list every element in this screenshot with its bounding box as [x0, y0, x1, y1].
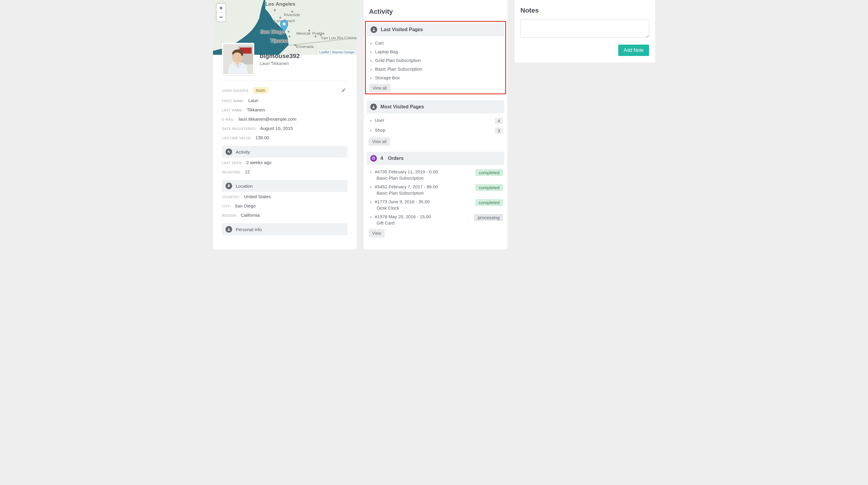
- section-location-title: Location: [236, 183, 253, 189]
- section-personal-info-title: Personal info: [236, 227, 262, 232]
- visit-count: 4: [495, 118, 503, 124]
- last-visited-icon: [371, 26, 377, 33]
- order-row[interactable]: #1773 June 9, 2016 - 35.00 Desk Clock co…: [369, 197, 504, 212]
- order-line: #1978 May 25, 2016 - 15.00: [375, 214, 471, 219]
- order-sub: Basic Plan Subscription: [375, 191, 472, 196]
- value-last-seen: 2 weeks ago: [246, 160, 271, 165]
- view-all-last-visited-button[interactable]: View all: [369, 84, 390, 92]
- activity-card: Activity Last Visited Pages Cart Laptop …: [364, 0, 507, 249]
- value-sessions: 12: [245, 169, 250, 174]
- user-avatar: [222, 43, 254, 75]
- svg-point-7: [373, 28, 374, 30]
- order-row[interactable]: #4735 February 11, 2019 - 0.00 Basic Pla…: [369, 167, 504, 182]
- order-status-badge: processing: [474, 214, 503, 221]
- label-user-groups: USER GROUPS:: [222, 89, 249, 92]
- value-date-registered: August 10, 2015: [260, 126, 293, 131]
- label-region: REGION:: [222, 214, 237, 217]
- value-region: California: [241, 212, 259, 218]
- svg-point-1: [283, 23, 286, 25]
- order-row[interactable]: #1978 May 25, 2016 - 15.00 Gift Card pro…: [369, 212, 504, 227]
- panel-last-visited: Last Visited Pages Cart Laptop Bag Gold …: [365, 21, 506, 94]
- value-country: United States: [244, 194, 271, 199]
- list-item[interactable]: Laptop Bag: [369, 47, 504, 56]
- profile-fullname: Lauri Tikkanen: [259, 61, 300, 66]
- notes-card: Notes Add Note: [515, 0, 655, 63]
- map-pin-icon: [280, 20, 288, 32]
- section-location: Location: [222, 180, 347, 192]
- view-orders-button[interactable]: View: [369, 229, 385, 237]
- location-icon: [225, 182, 232, 189]
- label-last-seen: LAST SEEN:: [222, 161, 243, 165]
- panel-most-visited: Most Visited Pages User 4 Shop 3 View al…: [367, 100, 504, 146]
- label-last-name: LAST NAME:: [222, 108, 243, 112]
- most-visited-icon: [370, 104, 377, 110]
- profile-username: bigmouse392: [259, 52, 300, 60]
- panel-orders: 4 Orders #4735 February 11, 2019 - 0.00 …: [367, 152, 504, 237]
- user-group-tag: team: [253, 87, 268, 94]
- svg-point-8: [373, 106, 374, 107]
- label-first-name: FIRST NAME:: [222, 99, 245, 103]
- add-note-button[interactable]: Add Note: [618, 45, 649, 56]
- map-city-riverside: Riverside: [284, 12, 300, 17]
- order-sub: Basic Plan Subscription: [375, 175, 472, 180]
- label-email: E-MAIL:: [222, 118, 235, 121]
- map-city-san-luis: San Luis Río Colorado: [321, 36, 356, 40]
- order-line: #1773 June 9, 2016 - 35.00: [375, 199, 472, 204]
- personal-info-icon: [225, 226, 232, 233]
- order-line: #4735 February 11, 2019 - 0.00: [375, 169, 472, 174]
- activity-icon: [225, 148, 232, 155]
- order-status-badge: completed: [475, 199, 503, 206]
- order-status-badge: completed: [475, 169, 503, 176]
- list-item[interactable]: User 4: [369, 116, 504, 126]
- map-zoom-controls: + −: [217, 4, 225, 22]
- order-row[interactable]: #3452 February 7, 2017 - 89.00 Basic Pla…: [369, 182, 504, 197]
- value-city: San Diego: [235, 203, 256, 208]
- profile-card: Los Angeles Riverside Long Beach San Die…: [213, 0, 356, 249]
- section-activity: Activity: [222, 146, 347, 158]
- order-status-badge: completed: [475, 184, 503, 191]
- visit-count: 3: [495, 127, 503, 134]
- map-zoom-in-button[interactable]: +: [217, 4, 225, 12]
- svg-point-6: [228, 228, 229, 229]
- section-personal-info: Personal info: [222, 223, 347, 235]
- label-country: COUNTRY:: [222, 195, 240, 199]
- notes-textarea[interactable]: [521, 19, 649, 38]
- orders-count: 4: [380, 156, 383, 161]
- value-lifetime-value: 139.00: [255, 135, 269, 140]
- value-first-name: Lauri: [248, 98, 258, 103]
- list-item[interactable]: Basic Plan Subscription: [369, 65, 504, 73]
- order-line: #3452 February 7, 2017 - 89.00: [375, 184, 472, 189]
- last-visited-title: Last Visited Pages: [381, 27, 423, 32]
- orders-icon: [370, 155, 377, 162]
- label-city: CITY:: [222, 204, 231, 208]
- label-lifetime-value: LIFETIME VALUE:: [222, 136, 252, 140]
- order-sub: Desk Clock: [375, 205, 472, 210]
- orders-title: Orders: [388, 156, 403, 161]
- map-zoom-out-button[interactable]: −: [217, 12, 225, 22]
- section-activity-title: Activity: [236, 149, 250, 154]
- list-item[interactable]: Gold Plan Subscription: [369, 56, 504, 65]
- activity-heading: Activity: [367, 5, 504, 21]
- edit-icon[interactable]: [340, 86, 347, 94]
- list-item[interactable]: Shop 3: [369, 126, 504, 136]
- value-email: lauri.tikkanen@example.com: [239, 116, 297, 121]
- view-all-most-visited-button[interactable]: View all: [369, 137, 390, 146]
- list-item[interactable]: Storage Box: [369, 73, 504, 82]
- label-sessions: SESSIONS:: [222, 170, 241, 174]
- label-date-registered: DATE REGISTERED:: [222, 127, 257, 131]
- order-sub: Gift Card: [375, 220, 471, 225]
- map-city-mexicali: Mexicali: [297, 31, 310, 36]
- value-last-name: Tikkanen: [247, 107, 265, 112]
- notes-heading: Notes: [521, 7, 649, 15]
- map-city-los-angeles: Los Angeles: [265, 1, 295, 7]
- map-city-puebla: Puebla: [312, 31, 324, 36]
- list-item[interactable]: Cart: [369, 39, 504, 47]
- most-visited-title: Most Visited Pages: [380, 104, 424, 110]
